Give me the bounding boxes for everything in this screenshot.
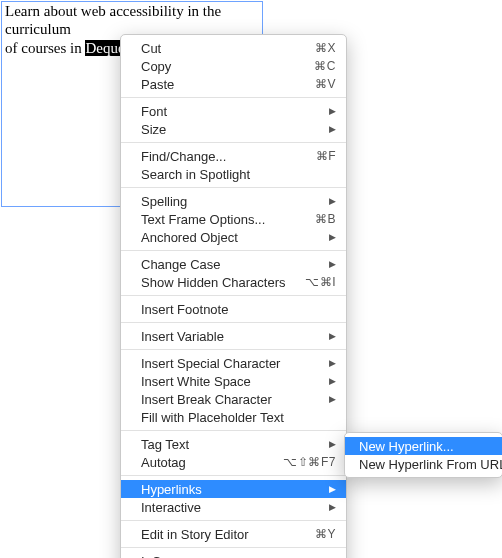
menu-item-shortcut: ⌥⇧⌘F7 — [283, 455, 336, 469]
menu-item-cut[interactable]: Cut⌘X — [121, 39, 346, 57]
menu-item-label: Find/Change... — [141, 149, 316, 164]
menu-item-label: Insert Footnote — [141, 302, 336, 317]
menu-item-insert-white-space[interactable]: Insert White Space▶ — [121, 372, 346, 390]
menu-item-label: Font — [141, 104, 326, 119]
menu-item-label: Text Frame Options... — [141, 212, 315, 227]
menu-separator — [121, 349, 346, 350]
menu-item-find-change[interactable]: Find/Change...⌘F — [121, 147, 346, 165]
menu-item-shortcut: ⌘F — [316, 149, 336, 163]
menu-item-label: Insert Break Character — [141, 392, 326, 407]
menu-item-label: Fill with Placeholder Text — [141, 410, 336, 425]
menu-item-font[interactable]: Font▶ — [121, 102, 346, 120]
menu-item-anchored-object[interactable]: Anchored Object▶ — [121, 228, 346, 246]
menu-item-label: Anchored Object — [141, 230, 326, 245]
menu-item-label: Paste — [141, 77, 315, 92]
hyperlinks-submenu: New Hyperlink...New Hyperlink From URL — [344, 432, 502, 478]
menu-item-label: Change Case — [141, 257, 326, 272]
menu-item-change-case[interactable]: Change Case▶ — [121, 255, 346, 273]
menu-item-insert-special-character[interactable]: Insert Special Character▶ — [121, 354, 346, 372]
menu-separator — [121, 250, 346, 251]
menu-item-label: Insert White Space — [141, 374, 326, 389]
menu-item-insert-variable[interactable]: Insert Variable▶ — [121, 327, 346, 345]
menu-item-autotag[interactable]: Autotag⌥⇧⌘F7 — [121, 453, 346, 471]
menu-item-tag-text[interactable]: Tag Text▶ — [121, 435, 346, 453]
chevron-right-icon: ▶ — [326, 232, 336, 242]
menu-item-size[interactable]: Size▶ — [121, 120, 346, 138]
context-menu: Cut⌘XCopy⌘CPaste⌘VFont▶Size▶Find/Change.… — [120, 34, 347, 558]
chevron-right-icon: ▶ — [326, 484, 336, 494]
menu-item-label: Insert Special Character — [141, 356, 326, 371]
menu-separator — [121, 322, 346, 323]
menu-item-label: Show Hidden Characters — [141, 275, 305, 290]
submenu-item-new-hyperlink-from-url[interactable]: New Hyperlink From URL — [345, 455, 502, 473]
menu-item-label: Spelling — [141, 194, 326, 209]
menu-item-label: InCopy — [141, 554, 326, 559]
menu-item-label: Interactive — [141, 500, 326, 515]
menu-item-paste[interactable]: Paste⌘V — [121, 75, 346, 93]
menu-item-label: Autotag — [141, 455, 283, 470]
menu-item-label: New Hyperlink... — [359, 439, 492, 454]
menu-separator — [121, 547, 346, 548]
menu-item-label: New Hyperlink From URL — [359, 457, 502, 472]
chevron-right-icon: ▶ — [326, 124, 336, 134]
chevron-right-icon: ▶ — [326, 196, 336, 206]
menu-item-label: Cut — [141, 41, 315, 56]
menu-item-shortcut: ⌘C — [314, 59, 336, 73]
paragraph-text: of courses in — [5, 40, 85, 56]
menu-item-show-hidden-characters[interactable]: Show Hidden Characters⌥⌘I — [121, 273, 346, 291]
paragraph-text: Learn about web accessibility in the cur… — [5, 3, 221, 37]
menu-separator — [121, 97, 346, 98]
menu-item-label: Edit in Story Editor — [141, 527, 315, 542]
menu-item-label: Hyperlinks — [141, 482, 326, 497]
menu-separator — [121, 295, 346, 296]
menu-item-incopy[interactable]: InCopy▶ — [121, 552, 346, 558]
menu-separator — [121, 187, 346, 188]
submenu-item-new-hyperlink[interactable]: New Hyperlink... — [345, 437, 502, 455]
chevron-right-icon: ▶ — [326, 358, 336, 368]
menu-item-shortcut: ⌘V — [315, 77, 336, 91]
menu-separator — [121, 520, 346, 521]
chevron-right-icon: ▶ — [326, 259, 336, 269]
menu-item-label: Copy — [141, 59, 314, 74]
menu-item-label: Tag Text — [141, 437, 326, 452]
menu-separator — [121, 475, 346, 476]
menu-item-label: Search in Spotlight — [141, 167, 336, 182]
menu-item-edit-in-story-editor[interactable]: Edit in Story Editor⌘Y — [121, 525, 346, 543]
menu-item-hyperlinks[interactable]: Hyperlinks▶ — [121, 480, 346, 498]
menu-separator — [121, 430, 346, 431]
menu-item-shortcut: ⌘Y — [315, 527, 336, 541]
menu-item-shortcut: ⌥⌘I — [305, 275, 336, 289]
chevron-right-icon: ▶ — [326, 106, 336, 116]
menu-item-interactive[interactable]: Interactive▶ — [121, 498, 346, 516]
menu-item-insert-footnote[interactable]: Insert Footnote — [121, 300, 346, 318]
chevron-right-icon: ▶ — [326, 394, 336, 404]
menu-item-label: Insert Variable — [141, 329, 326, 344]
chevron-right-icon: ▶ — [326, 376, 336, 386]
menu-item-insert-break-character[interactable]: Insert Break Character▶ — [121, 390, 346, 408]
menu-item-label: Size — [141, 122, 326, 137]
chevron-right-icon: ▶ — [326, 439, 336, 449]
menu-item-fill-with-placeholder-text[interactable]: Fill with Placeholder Text — [121, 408, 346, 426]
menu-item-text-frame-options[interactable]: Text Frame Options...⌘B — [121, 210, 346, 228]
menu-item-shortcut: ⌘B — [315, 212, 336, 226]
chevron-right-icon: ▶ — [326, 502, 336, 512]
menu-item-search-in-spotlight[interactable]: Search in Spotlight — [121, 165, 346, 183]
menu-item-shortcut: ⌘X — [315, 41, 336, 55]
menu-item-copy[interactable]: Copy⌘C — [121, 57, 346, 75]
chevron-right-icon: ▶ — [326, 331, 336, 341]
menu-separator — [121, 142, 346, 143]
menu-item-spelling[interactable]: Spelling▶ — [121, 192, 346, 210]
